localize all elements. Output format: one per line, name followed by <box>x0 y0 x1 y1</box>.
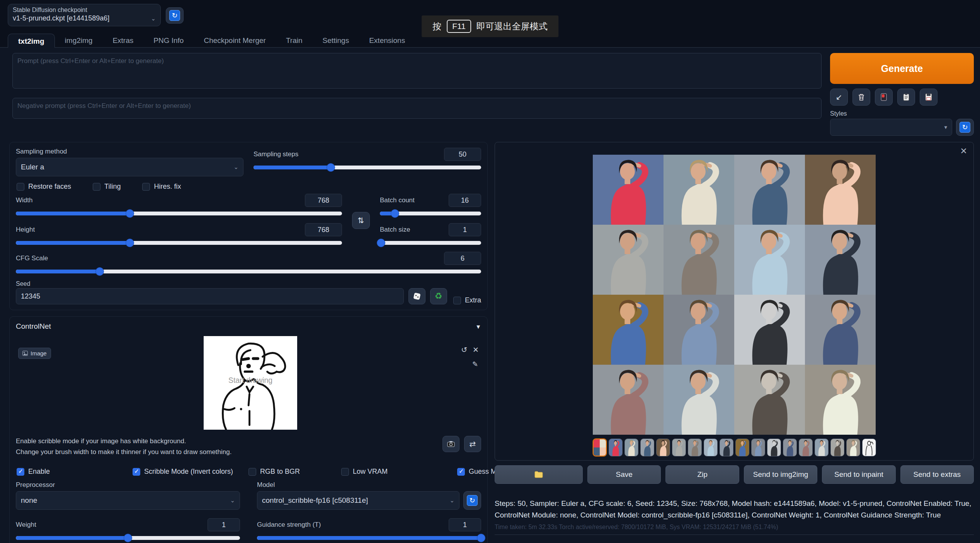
send-to-img2img-button[interactable]: Send to img2img <box>744 465 817 484</box>
scribble-canvas[interactable]: Start drawing <box>204 336 297 430</box>
gallery-image-4[interactable] <box>805 155 876 225</box>
sampling-steps-value[interactable]: 50 <box>444 148 481 161</box>
batch-size-value[interactable]: 1 <box>449 223 481 236</box>
thumbnail-image-5[interactable] <box>672 439 686 456</box>
gallery-image-3[interactable] <box>734 155 805 225</box>
height-slider[interactable] <box>16 239 342 247</box>
cfg-scale-value[interactable]: 6 <box>444 252 481 265</box>
thumbnail-image-7[interactable] <box>704 439 718 456</box>
thumbnail-image-10[interactable] <box>751 439 765 456</box>
thumbnail-image-12[interactable] <box>783 439 797 456</box>
tiling-checkbox[interactable]: Tiling <box>93 183 121 191</box>
gallery-image-9[interactable] <box>593 295 664 365</box>
tab-img2img[interactable]: img2img <box>55 33 103 47</box>
height-value[interactable]: 768 <box>305 223 342 236</box>
save-style-button[interactable] <box>920 89 937 106</box>
sampling-steps-slider[interactable] <box>254 163 481 172</box>
gallery-image-16[interactable] <box>805 365 876 435</box>
checkpoint-select[interactable]: v1-5-pruned.ckpt [e1441589a6] ⌄ <box>13 14 156 22</box>
enable-checkbox[interactable]: Enable <box>17 468 133 476</box>
tab-txt2img[interactable]: txt2img <box>8 34 55 48</box>
tab-extras[interactable]: Extras <box>102 33 143 47</box>
paste-button[interactable] <box>897 89 915 106</box>
tab-settings[interactable]: Settings <box>313 33 359 47</box>
thumbnail-control-scribble[interactable] <box>862 439 876 456</box>
model-select[interactable]: control_scribble-fp16 [c508311e] ⌄ <box>257 491 459 510</box>
reuse-seed-button[interactable]: ♻ <box>430 288 447 304</box>
tab-extensions[interactable]: Extensions <box>359 33 415 47</box>
undo-icon[interactable]: ↺ <box>461 345 467 354</box>
tab-train[interactable]: Train <box>276 33 313 47</box>
read-params-button[interactable]: ↙ <box>830 89 848 106</box>
gallery-image-1[interactable] <box>593 155 664 225</box>
send-to-inpaint-button[interactable]: Send to inpaint <box>822 465 895 484</box>
prompt-input[interactable] <box>12 53 822 89</box>
extra-seed-checkbox[interactable]: Extra <box>453 296 481 304</box>
webcam-button[interactable] <box>442 436 459 452</box>
thumbnail-image-15[interactable] <box>830 439 844 456</box>
batch-count-slider[interactable] <box>380 209 481 218</box>
close-gallery-icon[interactable]: ✕ <box>960 146 967 156</box>
scribble-mode-checkbox[interactable]: Scribble Mode (Invert colors) <box>133 468 248 476</box>
thumbnail-image-3[interactable] <box>640 439 654 456</box>
width-value[interactable]: 768 <box>305 194 342 207</box>
thumbnail-image-6[interactable] <box>688 439 702 456</box>
image-tab[interactable]: Image <box>18 348 51 359</box>
open-folder-button[interactable] <box>495 465 583 484</box>
style-apply-button[interactable] <box>875 89 893 106</box>
gallery-image-8[interactable] <box>805 225 876 295</box>
refresh-checkpoint-button[interactable]: ↻ <box>166 7 184 24</box>
gallery-image-7[interactable] <box>734 225 805 295</box>
mirror-button[interactable]: ⇄ <box>464 436 481 452</box>
cfg-scale-slider[interactable] <box>16 267 481 276</box>
thumbnail-image-14[interactable] <box>815 439 829 456</box>
weight-slider[interactable] <box>16 534 240 542</box>
gallery-image-11[interactable] <box>734 295 805 365</box>
guidance-strength-value[interactable]: 1 <box>449 518 481 531</box>
width-slider[interactable] <box>16 209 342 218</box>
guidance-strength-slider[interactable] <box>257 534 481 542</box>
thumbnail-image-8[interactable] <box>720 439 733 456</box>
send-to-extras-button[interactable]: Send to extras <box>900 465 974 484</box>
hires-fix-checkbox[interactable]: Hires. fix <box>142 183 181 191</box>
restore-faces-checkbox[interactable]: Restore faces <box>17 183 71 191</box>
gallery-image-14[interactable] <box>664 365 734 435</box>
gallery-image-6[interactable] <box>664 225 734 295</box>
preprocessor-select[interactable]: none ⌄ <box>16 491 240 510</box>
gallery-image-15[interactable] <box>734 365 805 435</box>
low-vram-checkbox[interactable]: Low VRAM <box>341 468 457 476</box>
tab-png-info[interactable]: PNG Info <box>143 33 194 47</box>
random-seed-button[interactable] <box>408 288 425 304</box>
tab-checkpoint-merger[interactable]: Checkpoint Merger <box>194 33 276 47</box>
generate-button[interactable]: Generate <box>830 53 974 84</box>
styles-select[interactable]: ▾ <box>830 119 952 136</box>
thumbnail-image-16[interactable] <box>846 439 860 456</box>
controlnet-header[interactable]: ControlNet ▼ <box>16 322 481 331</box>
gallery-image-13[interactable] <box>593 365 664 435</box>
thumbnail-image-1[interactable] <box>609 439 623 456</box>
swap-dimensions-button[interactable]: ⇅ <box>352 212 370 229</box>
weight-value[interactable]: 1 <box>208 518 240 531</box>
thumbnail-image-13[interactable] <box>799 439 813 456</box>
save-button[interactable]: Save <box>587 465 661 484</box>
thumbnail-grid-view[interactable] <box>593 439 607 456</box>
thumbnail-image-9[interactable] <box>735 439 749 456</box>
clear-prompt-button[interactable] <box>852 89 870 106</box>
gallery-image-12[interactable] <box>805 295 876 365</box>
seed-input[interactable]: 12345 <box>16 288 404 304</box>
batch-count-value[interactable]: 16 <box>449 194 481 207</box>
refresh-styles-button[interactable]: ↻ <box>956 119 974 136</box>
refresh-models-button[interactable]: ↻ <box>463 491 481 510</box>
batch-size-slider[interactable] <box>380 239 481 247</box>
zip-button[interactable]: Zip <box>665 465 739 484</box>
thumbnail-image-2[interactable] <box>624 439 638 456</box>
gallery-image-5[interactable] <box>593 225 664 295</box>
rgb-to-bgr-checkbox[interactable]: RGB to BGR <box>248 468 341 476</box>
brush-icon[interactable]: ✎ <box>472 360 478 369</box>
thumbnail-image-4[interactable] <box>656 439 670 456</box>
gallery-image-10[interactable] <box>664 295 734 365</box>
negative-prompt-input[interactable] <box>12 98 822 119</box>
clear-image-icon[interactable]: ✕ <box>473 345 479 354</box>
gallery-image-2[interactable] <box>664 155 734 225</box>
thumbnail-image-11[interactable] <box>767 439 781 456</box>
